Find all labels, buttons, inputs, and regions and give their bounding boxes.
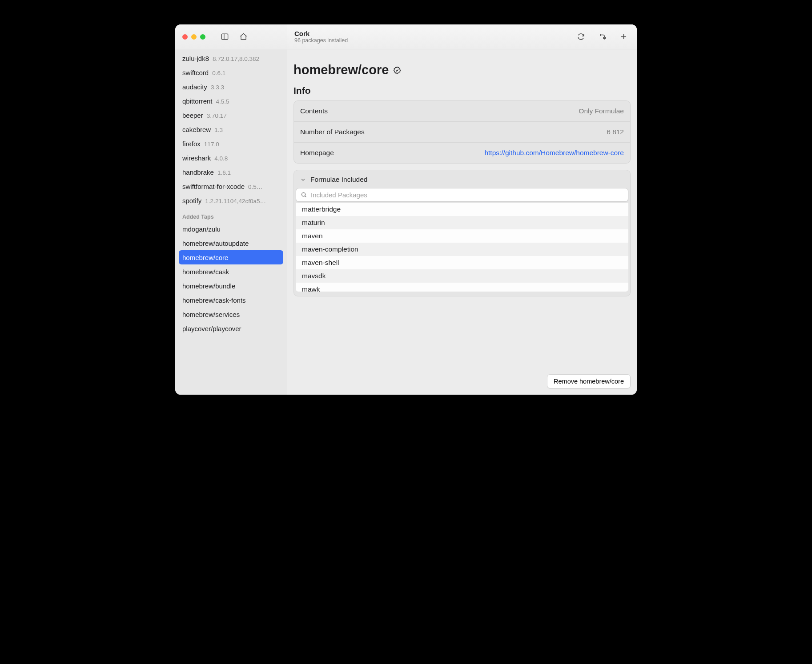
sidebar-item-name: handbrake <box>182 168 214 176</box>
sidebar-package-item[interactable]: qbittorrent4.5.5 <box>179 94 283 108</box>
sidebar-tap-item[interactable]: homebrew/bundle <box>179 279 283 293</box>
sidebar-item-name: homebrew/bundle <box>182 282 235 290</box>
sidebar-item-version: 1.3 <box>214 127 223 133</box>
sidebar-tap-item[interactable]: homebrew/cask <box>179 264 283 279</box>
formulae-item[interactable]: maven <box>296 229 628 243</box>
info-heading: Info <box>293 85 631 96</box>
sidebar-item-name: homebrew/autoupdate <box>182 240 249 247</box>
info-label: Number of Packages <box>300 128 365 136</box>
formulae-item[interactable]: matterbridge <box>296 203 628 216</box>
toggle-sidebar-button[interactable] <box>217 30 232 44</box>
sidebar-package-item[interactable]: spotify1.2.21.1104,42cf0a5… <box>179 193 283 208</box>
info-row-contents: Contents Only Formulae <box>294 101 630 122</box>
svg-point-4 <box>302 193 306 196</box>
add-button[interactable] <box>617 30 630 44</box>
sidebar-item-name: cakebrew <box>182 126 211 133</box>
sidebar-item-version: 0.6.1 <box>212 70 225 76</box>
sidebar-package-item[interactable]: audacity3.3.3 <box>179 80 283 94</box>
sidebar-item-name: firefox <box>182 140 201 148</box>
sidebar-item-version: 3.70.17 <box>207 112 227 119</box>
body: zulu-jdk88.72.0.17,8.0.382swiftcord0.6.1… <box>175 49 637 395</box>
sidebar-section-header: Added Taps <box>179 208 283 222</box>
sidebar-item-version: 117.0 <box>204 141 219 148</box>
svg-line-5 <box>305 196 306 197</box>
toolbar: Cork 96 packages installed <box>175 24 637 49</box>
toolbar-right: Cork 96 packages installed <box>287 24 637 49</box>
info-row-homepage: Homepage https://github.com/Homebrew/hom… <box>294 143 630 163</box>
remove-tap-button[interactable]: Remove homebrew/core <box>547 374 631 388</box>
tap-name: homebrew/core <box>293 63 389 77</box>
sidebar-tap-item[interactable]: homebrew/services <box>179 307 283 321</box>
window-controls <box>182 34 205 40</box>
sidebar-tap-item[interactable]: homebrew/cask-fonts <box>179 293 283 307</box>
sidebar-package-item[interactable]: firefox117.0 <box>179 136 283 151</box>
toolbar-left <box>175 24 287 49</box>
sidebar-item-name: beeper <box>182 112 203 119</box>
footer: Remove homebrew/core <box>547 374 631 388</box>
page-title: homebrew/core <box>293 63 631 77</box>
verified-icon <box>393 66 401 74</box>
info-card: Contents Only Formulae Number of Package… <box>293 100 631 164</box>
info-value: 6 812 <box>607 128 624 136</box>
sidebar-item-name: qbittorrent <box>182 97 213 105</box>
sidebar-item-version: 4.5.5 <box>216 98 229 105</box>
sidebar-item-name: mdogan/zulu <box>182 225 221 233</box>
sidebar-item-name: swiftformat-for-xcode <box>182 183 245 190</box>
sidebar-item-name: homebrew/cask <box>182 268 229 276</box>
sidebar-item-name: homebrew/cask-fonts <box>182 296 246 304</box>
search-icon <box>301 192 307 198</box>
tap-button[interactable] <box>596 30 608 44</box>
sidebar-package-item[interactable]: zulu-jdk88.72.0.17,8.0.382 <box>179 51 283 65</box>
formulae-item[interactable]: maturin <box>296 216 628 229</box>
sidebar-item-name: playcover/playcover <box>182 325 241 332</box>
close-window-button[interactable] <box>182 34 188 40</box>
sidebar-item-name: swiftcord <box>182 69 209 76</box>
sidebar-item-version: 0.5… <box>248 184 262 190</box>
formulae-item[interactable]: mavsdk <box>296 269 628 283</box>
sidebar-item-name: audacity <box>182 83 207 91</box>
sidebar-package-item[interactable]: wireshark4.0.8 <box>179 151 283 165</box>
app-window: Cork 96 packages installed zulu-jdk88.72… <box>175 24 637 395</box>
formulae-item[interactable]: maven-shell <box>296 256 628 269</box>
sidebar-item-version: 3.3.3 <box>211 84 224 91</box>
sidebar-item-name: homebrew/core <box>182 254 228 261</box>
sidebar-tap-item[interactable]: homebrew/autoupdate <box>179 236 283 250</box>
sidebar-item-version: 4.0.8 <box>214 155 228 162</box>
sidebar-item-version: 1.2.21.1104,42cf0a5… <box>205 198 266 204</box>
zoom-window-button[interactable] <box>200 34 205 40</box>
toolbar-actions <box>575 30 630 44</box>
search-input[interactable] <box>311 191 623 199</box>
formulae-item[interactable]: mawk <box>296 283 628 292</box>
sidebar-package-item[interactable]: cakebrew1.3 <box>179 122 283 136</box>
minimize-window-button[interactable] <box>191 34 197 40</box>
search-field[interactable] <box>296 188 628 202</box>
info-row-count: Number of Packages 6 812 <box>294 122 630 143</box>
sidebar-package-item[interactable]: swiftcord0.6.1 <box>179 65 283 80</box>
sidebar-item-version: 8.72.0.17,8.0.382 <box>213 56 259 62</box>
formulae-disclosure[interactable]: Formulae Included <box>294 170 630 188</box>
sidebar[interactable]: zulu-jdk88.72.0.17,8.0.382swiftcord0.6.1… <box>175 49 287 395</box>
home-button[interactable] <box>236 30 251 44</box>
formulae-card: Formulae Included matterbridgematurinmav… <box>293 170 631 296</box>
app-subtitle: 96 packages installed <box>294 37 348 44</box>
sidebar-item-name: wireshark <box>182 154 211 162</box>
sidebar-tap-item[interactable]: mdogan/zulu <box>179 222 283 236</box>
sidebar-package-item[interactable]: handbrake1.6.1 <box>179 165 283 179</box>
formulae-list[interactable]: matterbridgematurinmavenmaven-completion… <box>296 203 628 292</box>
sidebar-tap-item[interactable]: playcover/playcover <box>179 321 283 336</box>
formulae-item[interactable]: maven-completion <box>296 243 628 256</box>
sidebar-package-item[interactable]: swiftformat-for-xcode0.5… <box>179 179 283 193</box>
info-value: Only Formulae <box>579 107 624 115</box>
refresh-button[interactable] <box>575 30 587 44</box>
app-title: Cork <box>294 30 348 37</box>
sidebar-item-name: homebrew/services <box>182 311 240 318</box>
svg-rect-0 <box>221 34 228 40</box>
title-block: Cork 96 packages installed <box>294 30 348 44</box>
sidebar-tap-item[interactable]: homebrew/core <box>179 250 283 264</box>
sidebar-package-item[interactable]: beeper3.70.17 <box>179 108 283 122</box>
info-label: Contents <box>300 107 328 115</box>
sidebar-item-version: 1.6.1 <box>217 169 231 176</box>
chevron-down-icon <box>300 177 306 183</box>
info-label: Homepage <box>300 149 334 157</box>
homepage-link[interactable]: https://github.com/Homebrew/homebrew-cor… <box>484 149 624 157</box>
